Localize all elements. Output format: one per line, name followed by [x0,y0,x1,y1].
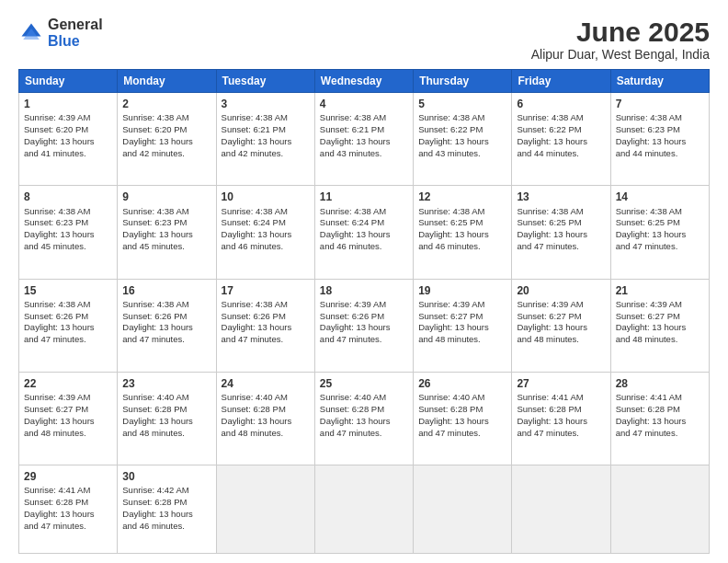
day-cell: 16Sunrise: 4:38 AMSunset: 6:26 PMDayligh… [118,279,216,372]
calendar-title: June 2025 [531,17,710,47]
logo-general-label: General [48,17,103,33]
day-number: 23 [122,376,210,391]
day-cell: 13Sunrise: 4:38 AMSunset: 6:25 PMDayligh… [512,186,610,279]
day-number: 5 [418,97,506,111]
day-cell: 6Sunrise: 4:38 AMSunset: 6:22 PMDaylight… [512,93,610,186]
day-cell [610,465,709,554]
day-cell: 3Sunrise: 4:38 AMSunset: 6:21 PMDaylight… [216,93,314,186]
day-number: 14 [616,190,704,204]
day-number: 21 [616,283,704,298]
logo-text: General Blue [48,17,103,49]
day-cell [414,465,512,554]
day-cell: 17Sunrise: 4:38 AMSunset: 6:26 PMDayligh… [216,279,314,372]
day-cell: 8Sunrise: 4:38 AMSunset: 6:23 PMDaylight… [19,186,118,279]
day-cell: 7Sunrise: 4:38 AMSunset: 6:23 PMDaylight… [610,93,709,186]
col-wednesday: Wednesday [314,70,413,93]
day-cell: 14Sunrise: 4:38 AMSunset: 6:25 PMDayligh… [610,186,709,279]
title-block: June 2025 Alipur Duar, West Bengal, Indi… [531,17,710,62]
day-number: 27 [517,376,605,391]
day-number: 29 [24,469,112,484]
day-cell: 20Sunrise: 4:39 AMSunset: 6:27 PMDayligh… [512,279,610,372]
page: General Blue June 2025 Alipur Duar, West… [0,0,728,563]
day-number: 8 [24,190,112,204]
day-number: 6 [517,97,605,111]
calendar-table: Sunday Monday Tuesday Wednesday Thursday… [18,69,710,554]
day-number: 18 [320,283,408,298]
day-number: 24 [222,376,310,391]
day-cell: 11Sunrise: 4:38 AMSunset: 6:24 PMDayligh… [314,186,413,279]
day-number: 30 [122,469,210,484]
day-number: 10 [222,190,310,204]
day-number: 11 [320,190,408,204]
week-row-5: 29Sunrise: 4:41 AMSunset: 6:28 PMDayligh… [19,465,710,554]
day-number: 1 [24,97,112,111]
logo-blue-label: Blue [48,33,103,50]
day-cell: 26Sunrise: 4:40 AMSunset: 6:28 PMDayligh… [414,372,512,465]
day-number: 4 [320,97,408,111]
calendar-subtitle: Alipur Duar, West Bengal, India [531,47,710,62]
col-tuesday: Tuesday [216,70,314,93]
week-row-2: 8Sunrise: 4:38 AMSunset: 6:23 PMDaylight… [19,186,710,279]
day-number: 25 [320,376,408,391]
col-sunday: Sunday [19,70,118,93]
header: General Blue June 2025 Alipur Duar, West… [18,17,710,62]
day-cell: 19Sunrise: 4:39 AMSunset: 6:27 PMDayligh… [414,279,512,372]
day-number: 16 [122,283,210,298]
day-cell: 12Sunrise: 4:38 AMSunset: 6:25 PMDayligh… [414,186,512,279]
day-cell: 5Sunrise: 4:38 AMSunset: 6:22 PMDaylight… [414,93,512,186]
col-saturday: Saturday [610,70,709,93]
day-cell [512,465,610,554]
day-cell: 24Sunrise: 4:40 AMSunset: 6:28 PMDayligh… [216,372,314,465]
day-number: 13 [517,190,605,204]
day-number: 26 [418,376,506,391]
logo: General Blue [18,17,103,49]
day-cell: 10Sunrise: 4:38 AMSunset: 6:24 PMDayligh… [216,186,314,279]
day-number: 3 [222,97,310,111]
day-cell: 28Sunrise: 4:41 AMSunset: 6:28 PMDayligh… [610,372,709,465]
day-cell [216,465,314,554]
day-number: 7 [616,97,704,111]
day-number: 12 [418,190,506,204]
week-row-1: 1Sunrise: 4:39 AMSunset: 6:20 PMDaylight… [19,93,710,186]
day-number: 28 [616,376,704,391]
day-cell: 18Sunrise: 4:39 AMSunset: 6:26 PMDayligh… [314,279,413,372]
day-number: 15 [24,283,112,298]
day-cell: 22Sunrise: 4:39 AMSunset: 6:27 PMDayligh… [19,372,118,465]
col-monday: Monday [118,70,216,93]
day-number: 19 [418,283,506,298]
day-cell [314,465,413,554]
day-cell: 30Sunrise: 4:42 AMSunset: 6:28 PMDayligh… [118,465,216,554]
day-cell: 21Sunrise: 4:39 AMSunset: 6:27 PMDayligh… [610,279,709,372]
header-row: Sunday Monday Tuesday Wednesday Thursday… [19,70,710,93]
day-cell: 1Sunrise: 4:39 AMSunset: 6:20 PMDaylight… [19,93,118,186]
day-number: 20 [517,283,605,298]
day-number: 17 [222,283,310,298]
day-number: 9 [122,190,210,204]
day-cell: 2Sunrise: 4:38 AMSunset: 6:20 PMDaylight… [118,93,216,186]
day-number: 2 [122,97,210,111]
day-cell: 27Sunrise: 4:41 AMSunset: 6:28 PMDayligh… [512,372,610,465]
day-cell: 4Sunrise: 4:38 AMSunset: 6:21 PMDaylight… [314,93,413,186]
day-cell: 29Sunrise: 4:41 AMSunset: 6:28 PMDayligh… [19,465,118,554]
col-friday: Friday [512,70,610,93]
day-cell: 25Sunrise: 4:40 AMSunset: 6:28 PMDayligh… [314,372,413,465]
day-cell: 15Sunrise: 4:38 AMSunset: 6:26 PMDayligh… [19,279,118,372]
week-row-3: 15Sunrise: 4:38 AMSunset: 6:26 PMDayligh… [19,279,710,372]
day-number: 22 [24,376,112,391]
week-row-4: 22Sunrise: 4:39 AMSunset: 6:27 PMDayligh… [19,372,710,465]
day-cell: 23Sunrise: 4:40 AMSunset: 6:28 PMDayligh… [118,372,216,465]
logo-icon [18,20,44,46]
col-thursday: Thursday [414,70,512,93]
day-cell: 9Sunrise: 4:38 AMSunset: 6:23 PMDaylight… [118,186,216,279]
